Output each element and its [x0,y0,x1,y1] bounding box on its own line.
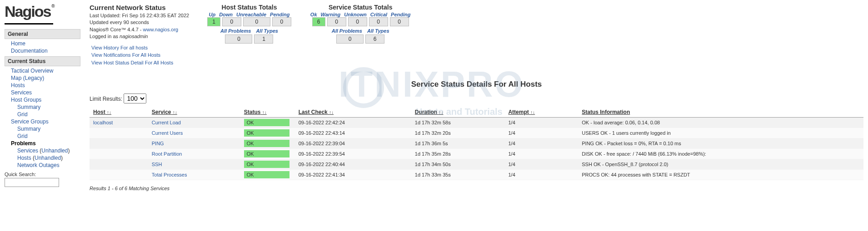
cell-host[interactable] [90,128,148,138]
limit-select[interactable]: 100 [124,93,146,103]
col-duration[interactable]: Duration ↑↓ [411,107,505,118]
cell-service[interactable]: SSH [148,159,240,170]
cell-last-check: 09-16-2022 22:40:44 [295,159,411,170]
nav-problems-hosts[interactable]: Hosts [17,155,31,161]
svc-val-unknown[interactable]: 0 [348,17,367,26]
host-sub-val-types[interactable]: 1 [254,34,273,44]
table-row: Current UsersOK09-16-2022 22:43:141d 17h… [90,128,863,138]
nav-list-current-status: Tactical Overview Map (Legacy) Hosts Ser… [5,67,80,169]
host-head-unreachable[interactable]: Unreachable [235,12,267,17]
cell-service[interactable]: Current Load [148,118,240,128]
cell-attempt: 1/4 [504,170,578,180]
view-host-status-detail-link[interactable]: View Host Status Detail For All Hosts [90,59,189,67]
host-val-down[interactable]: 0 [222,17,241,26]
limit-label: Limit Results: [90,96,122,102]
nav-problems-hosts-unhandled[interactable]: Unhandled [35,155,61,161]
cell-info: PING OK - Packet loss = 0%, RTA = 0.10 m… [578,138,863,149]
svc-val-critical[interactable]: 0 [369,17,388,26]
nav-section-current-status: Current Status [5,56,80,66]
host-val-pending[interactable]: 0 [272,17,291,26]
cell-service[interactable]: Current Users [148,128,240,138]
host-sub-problems[interactable]: All Problems [220,28,251,34]
results-note: Results 1 - 6 of 6 Matching Services [90,186,863,191]
network-status-block: Current Network Status Last Updated: Fri… [90,4,189,66]
nav-map-legacy[interactable]: Map (Legacy) [11,75,44,81]
nav-servicegroups-summary[interactable]: Summary [17,126,40,132]
svc-val-ok[interactable]: 6 [312,17,325,26]
cell-duration: 1d 17h 32m 58s [411,118,505,128]
status-links: View History For all hosts View Notifica… [90,44,189,67]
col-service[interactable]: Service ↑↓ [148,107,240,118]
cell-service[interactable]: Total Processes [148,170,240,180]
cell-host[interactable]: localhost [90,118,148,128]
cell-status: OK [240,118,295,128]
cell-info: SSH OK - OpenSSH_8.7 (protocol 2.0) [578,159,863,170]
cell-info: OK - load average: 0.06, 0.14, 0.08 [578,118,863,128]
cell-last-check: 09-16-2022 22:41:34 [295,170,411,180]
nav-hostgroups-summary[interactable]: Summary [17,104,40,110]
nav-servicegroups-grid[interactable]: Grid [17,133,28,139]
svc-head-critical[interactable]: Critical [369,12,388,17]
cell-host[interactable] [90,138,148,149]
cell-host[interactable] [90,159,148,170]
host-val-unreachable[interactable]: 0 [243,17,270,26]
cell-info: PROCS OK: 44 processes with STATE = RSZD… [578,170,863,180]
view-notifications-link[interactable]: View Notifications For All Hosts [90,51,189,59]
cell-attempt: 1/4 [504,128,578,138]
nav-hostgroups-grid[interactable]: Grid [17,111,28,118]
logged-in-line: Logged in as nagiosadmin [90,33,189,40]
nav-home[interactable]: Home [11,40,25,47]
view-history-link[interactable]: View History For all hosts [90,44,189,52]
nav-documentation[interactable]: Documentation [11,48,48,54]
svc-sub-val-types[interactable]: 6 [365,34,384,44]
svc-sub-problems[interactable]: All Problems [332,28,362,34]
sort-icon: ↑↓ [107,110,111,115]
col-last-check[interactable]: Last Check ↑↓ [295,107,411,118]
cell-attempt: 1/4 [504,159,578,170]
limit-row: Limit Results: 100 [90,93,863,103]
cell-last-check: 09-16-2022 22:43:14 [295,128,411,138]
nav-problems-services[interactable]: Services [17,147,38,154]
quick-search-input[interactable] [5,178,59,187]
username: nagiosadmin [120,34,148,39]
col-host[interactable]: Host ↑↓ [90,107,148,118]
update-interval: Updated every 90 seconds [90,19,189,26]
nav-service-groups[interactable]: Service Groups [11,118,49,125]
table-row: Total ProcessesOK09-16-2022 22:41:341d 1… [90,170,863,180]
svc-head-ok[interactable]: Ok [309,12,318,17]
svc-head-warning[interactable]: Warning [320,12,342,17]
cell-last-check: 09-16-2022 22:42:24 [295,118,411,128]
host-head-up[interactable]: Up [208,12,216,17]
svc-sub-val-problems[interactable]: 0 [336,34,364,44]
host-sub-val-problems[interactable]: 0 [225,34,252,44]
svc-sub-types[interactable]: All Types [367,28,389,34]
network-status-title: Current Network Status [90,4,189,11]
svc-val-warning[interactable]: 0 [327,17,346,26]
host-val-up[interactable]: 1 [207,17,220,26]
cell-host[interactable] [90,170,148,180]
cell-host[interactable] [90,149,148,159]
product-link[interactable]: www.nagios.org [143,27,179,32]
last-updated: Last Updated: Fri Sep 16 22:43:35 EAT 20… [90,12,189,19]
nav-services[interactable]: Services [11,89,32,96]
svc-head-pending[interactable]: Pending [390,12,411,17]
quick-search-label: Quick Search: [5,172,80,177]
col-attempt[interactable]: Attempt ↑↓ [504,107,578,118]
nav-tactical-overview[interactable]: Tactical Overview [11,68,53,74]
nav-problems-services-unhandled[interactable]: Unhandled [41,147,68,154]
cell-service[interactable]: PING [148,138,240,149]
host-sub-types[interactable]: All Types [256,28,278,34]
cell-service[interactable]: Root Partition [148,149,240,159]
nav-host-groups[interactable]: Host Groups [11,97,41,103]
cell-attempt: 1/4 [504,118,578,128]
host-status-totals: Host Status Totals Up Down Unreachable P… [207,4,291,44]
sort-icon: ↑↓ [262,110,267,115]
host-head-pending[interactable]: Pending [269,12,290,17]
table-row: localhostCurrent LoadOK09-16-2022 22:42:… [90,118,863,128]
host-head-down[interactable]: Down [218,12,234,17]
svc-val-pending[interactable]: 0 [390,17,409,26]
col-status[interactable]: Status ↑↓ [240,107,295,118]
svc-head-unknown[interactable]: Unknown [343,12,368,17]
nav-hosts[interactable]: Hosts [11,82,25,88]
nav-network-outages[interactable]: Network Outages [17,162,60,168]
